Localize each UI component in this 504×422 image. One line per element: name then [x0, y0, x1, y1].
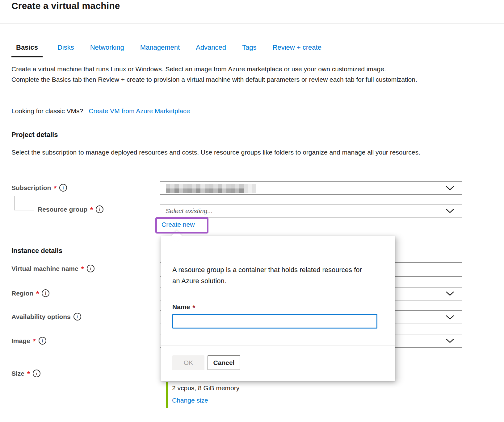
required-asterisk: *: [36, 291, 39, 298]
required-asterisk: *: [192, 304, 195, 312]
required-asterisk: *: [54, 185, 57, 192]
size-label: Size: [11, 370, 24, 377]
tabs-underline: [0, 58, 504, 58]
required-asterisk: *: [33, 338, 36, 345]
intro-text: Create a virtual machine that runs Linux…: [11, 64, 444, 85]
required-asterisk: *: [81, 266, 84, 273]
chevron-down-icon: [446, 186, 454, 191]
info-icon[interactable]: i: [96, 205, 103, 213]
resource-group-name-input[interactable]: [172, 314, 377, 329]
intro-paragraph-1: Create a virtual machine that runs Linux…: [11, 64, 444, 74]
size-label-row: Size * i: [11, 370, 40, 377]
info-icon[interactable]: i: [74, 313, 81, 321]
vm-name-label: Virtual machine name: [11, 265, 78, 272]
tab-tags[interactable]: Tags: [241, 43, 258, 56]
name-label: Name: [172, 303, 190, 311]
tab-networking[interactable]: Networking: [89, 43, 125, 56]
popover-footer-divider: [161, 345, 395, 346]
ok-button[interactable]: OK: [172, 355, 204, 370]
resource-group-label-row: Resource group * i: [38, 205, 103, 213]
resource-group-label: Resource group: [38, 206, 87, 213]
cancel-button[interactable]: Cancel: [208, 355, 240, 370]
change-size-link[interactable]: Change size: [172, 397, 208, 404]
create-vm-page: Create a virtual machine Basics Disks Ne…: [0, 0, 504, 422]
tab-basics[interactable]: Basics: [11, 43, 43, 57]
chevron-down-icon: [446, 209, 454, 213]
subscription-label: Subscription: [11, 184, 51, 192]
tab-management[interactable]: Management: [139, 43, 181, 56]
subscription-value-redacted: [166, 184, 244, 193]
resource-group-dropdown[interactable]: Select existing...: [160, 205, 462, 217]
create-resource-group-popover: A resource group is a container that hol…: [161, 236, 395, 381]
image-label-row: Image * i: [11, 337, 46, 345]
instance-details-heading: Instance details: [11, 247, 62, 255]
subscription-resource-group-connector: [14, 196, 34, 210]
info-icon[interactable]: i: [39, 337, 46, 345]
tab-bar: Basics Disks Networking Management Advan…: [11, 43, 323, 57]
resource-group-placeholder: Select existing...: [166, 207, 213, 215]
region-label-row: Region * i: [11, 289, 49, 297]
subscription-value-redacted-tail: [244, 184, 256, 193]
image-label: Image: [11, 337, 30, 345]
popover-name-label-row: Name *: [172, 303, 195, 311]
tab-review-create[interactable]: Review + create: [271, 43, 323, 56]
required-asterisk: *: [90, 207, 93, 214]
project-details-heading: Project details: [11, 131, 58, 139]
tab-disks[interactable]: Disks: [56, 43, 75, 56]
classic-vm-row: Looking for classic VMs?Create VM from A…: [11, 106, 190, 116]
info-icon[interactable]: i: [33, 370, 40, 377]
subscription-dropdown[interactable]: [160, 181, 462, 195]
create-vm-marketplace-link[interactable]: Create VM from Azure Marketplace: [89, 107, 190, 114]
chevron-down-icon: [446, 315, 454, 320]
info-icon[interactable]: i: [59, 184, 67, 192]
tab-advanced[interactable]: Advanced: [195, 43, 227, 56]
subscription-label-row: Subscription * i: [11, 184, 67, 192]
info-icon[interactable]: i: [87, 265, 94, 272]
popover-beak: [171, 231, 183, 242]
popover-description: A resource group is a container that hol…: [172, 264, 370, 287]
classic-vm-question: Looking for classic VMs?: [11, 107, 83, 114]
vm-name-label-row: Virtual machine name * i: [11, 265, 94, 272]
intro-paragraph-2: Complete the Basics tab then Review + cr…: [11, 74, 444, 85]
availability-options-label: Availability options: [11, 313, 71, 321]
header-divider: [0, 23, 504, 23]
availability-label-row: Availability options i: [11, 313, 81, 321]
create-new-link[interactable]: Create new: [162, 221, 195, 228]
info-icon[interactable]: i: [42, 289, 49, 297]
size-accent-bar: [166, 382, 168, 408]
required-asterisk: *: [27, 371, 30, 378]
page-title: Create a virtual machine: [11, 1, 120, 11]
chevron-down-icon: [446, 291, 454, 296]
region-label: Region: [11, 290, 33, 297]
chevron-down-icon: [446, 338, 454, 343]
size-specs-text: 2 vcpus, 8 GiB memory: [172, 384, 239, 392]
project-details-description: Select the subscription to manage deploy…: [11, 147, 447, 158]
